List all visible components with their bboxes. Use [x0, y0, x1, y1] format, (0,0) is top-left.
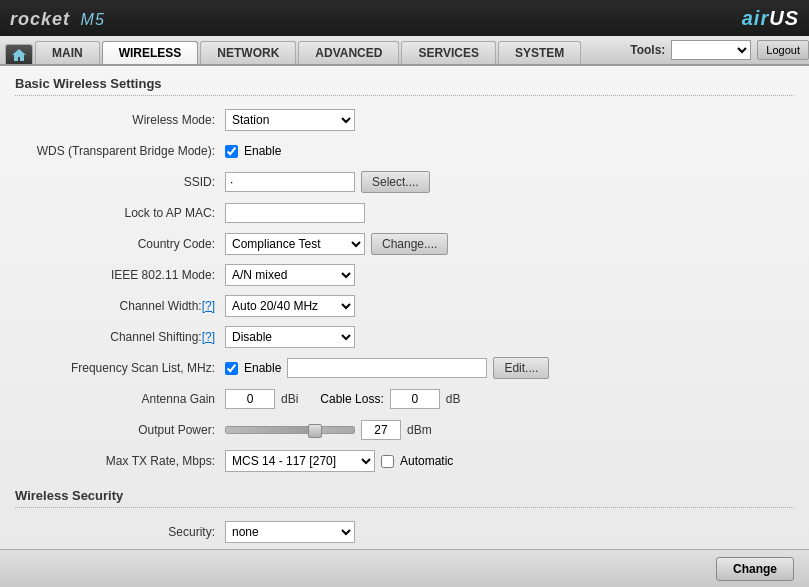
channel-width-control: Auto 20/40 MHz 20 MHz 40 MHz [225, 295, 355, 317]
max-tx-row: Max TX Rate, Mbps: MCS 14 - 117 [270] MC… [15, 449, 794, 473]
navigation: MAIN WIRELESS NETWORK ADVANCED SERVICES … [0, 36, 809, 66]
channel-width-label: Channel Width:[?] [15, 299, 225, 313]
freq-scan-edit-button[interactable]: Edit.... [493, 357, 549, 379]
ssid-select-button[interactable]: Select.... [361, 171, 430, 193]
ssid-row: SSID: Select.... [15, 170, 794, 194]
ieee-mode-control: A/N mixed A only [225, 264, 355, 286]
power-slider-track[interactable] [225, 426, 355, 434]
ssid-input[interactable] [225, 172, 355, 192]
ieee-mode-row: IEEE 802.11 Mode: A/N mixed A only [15, 263, 794, 287]
logout-button[interactable]: Logout [757, 40, 809, 60]
basic-wireless-title: Basic Wireless Settings [15, 76, 794, 96]
max-tx-auto-checkbox[interactable] [381, 455, 394, 468]
nav-services[interactable]: SERVICES [401, 41, 495, 64]
wds-row: WDS (Transparent Bridge Mode): Enable [15, 139, 794, 163]
nav-system[interactable]: SYSTEM [498, 41, 581, 64]
antenna-cable-control: dBi Cable Loss: dB [225, 389, 460, 409]
freq-scan-checkbox[interactable] [225, 362, 238, 375]
wireless-mode-select[interactable]: Station Access Point [225, 109, 355, 131]
channel-shifting-control: Disable Enable [225, 326, 355, 348]
nav-network[interactable]: NETWORK [200, 41, 296, 64]
wireless-mode-control: Station Access Point [225, 109, 355, 131]
output-power-label: Output Power: [15, 423, 225, 437]
tools-select[interactable] [671, 40, 751, 60]
security-label: Security: [15, 525, 225, 539]
channel-shifting-select[interactable]: Disable Enable [225, 326, 355, 348]
ssid-control: Select.... [225, 171, 430, 193]
power-slider-thumb[interactable] [308, 424, 322, 438]
brand-air: air [742, 7, 769, 29]
channel-shifting-label: Channel Shifting:[?] [15, 330, 225, 344]
freq-scan-control: Enable 4920,4935,5130,5135,6035 Edit.... [225, 357, 549, 379]
bottom-bar: Change [0, 549, 809, 587]
antenna-cable-row: Antenna Gain dBi Cable Loss: dB [15, 387, 794, 411]
channel-width-select[interactable]: Auto 20/40 MHz 20 MHz 40 MHz [225, 295, 355, 317]
country-code-select[interactable]: Compliance Test United States [225, 233, 365, 255]
max-tx-control: MCS 14 - 117 [270] MCS 13 Automatic [225, 450, 453, 472]
antenna-gain-label: Antenna Gain [15, 392, 225, 406]
logo-m5: M5 [81, 11, 105, 28]
nav-advanced[interactable]: ADVANCED [298, 41, 399, 64]
lock-ap-mac-row: Lock to AP MAC: [15, 201, 794, 225]
freq-scan-input[interactable]: 4920,4935,5130,5135,6035 [287, 358, 487, 378]
nav-wireless[interactable]: WIRELESS [102, 41, 199, 64]
header: rocket M5 airUS [0, 0, 809, 36]
wds-enable-label: Enable [244, 144, 281, 158]
logo-rocket: rocket [10, 9, 70, 29]
wireless-security-section: Wireless Security Security: none WEP WPA… [15, 488, 794, 544]
antenna-gain-unit: dBi [281, 392, 298, 406]
tools-label: Tools: [630, 43, 665, 57]
security-row: Security: none WEP WPA WPA2 [15, 520, 794, 544]
antenna-gain-input[interactable] [225, 389, 275, 409]
country-code-control: Compliance Test United States Change.... [225, 233, 448, 255]
tools-area: Tools: Logout [630, 40, 809, 64]
channel-shifting-row: Channel Shifting:[?] Disable Enable [15, 325, 794, 349]
home-icon[interactable] [5, 44, 33, 64]
lock-ap-mac-control [225, 203, 365, 223]
freq-scan-label: Frequency Scan List, MHz: [15, 361, 225, 375]
freq-scan-enable-label: Enable [244, 361, 281, 375]
brand-us: US [769, 7, 799, 29]
channel-width-row: Channel Width:[?] Auto 20/40 MHz 20 MHz … [15, 294, 794, 318]
freq-scan-row: Frequency Scan List, MHz: Enable 4920,49… [15, 356, 794, 380]
wds-label: WDS (Transparent Bridge Mode): [15, 144, 225, 158]
ieee-mode-label: IEEE 802.11 Mode: [15, 268, 225, 282]
output-power-unit: dBm [407, 423, 432, 437]
output-power-control: dBm [225, 420, 432, 440]
cable-loss-label: Cable Loss: [320, 392, 383, 406]
output-power-input[interactable] [361, 420, 401, 440]
wireless-mode-label: Wireless Mode: [15, 113, 225, 127]
country-code-change-button[interactable]: Change.... [371, 233, 448, 255]
country-code-label: Country Code: [15, 237, 225, 251]
channel-shifting-help[interactable]: [?] [202, 330, 215, 344]
lock-ap-mac-label: Lock to AP MAC: [15, 206, 225, 220]
security-select[interactable]: none WEP WPA WPA2 [225, 521, 355, 543]
output-power-row: Output Power: dBm [15, 418, 794, 442]
security-control: none WEP WPA WPA2 [225, 521, 355, 543]
lock-ap-mac-input[interactable] [225, 203, 365, 223]
wds-control: Enable [225, 144, 281, 158]
brand-logo: airUS [742, 7, 799, 30]
max-tx-auto-label: Automatic [400, 454, 453, 468]
nav-main[interactable]: MAIN [35, 41, 100, 64]
cable-loss-unit: dB [446, 392, 461, 406]
change-button[interactable]: Change [716, 557, 794, 581]
cable-loss-input[interactable] [390, 389, 440, 409]
wireless-mode-row: Wireless Mode: Station Access Point [15, 108, 794, 132]
country-code-row: Country Code: Compliance Test United Sta… [15, 232, 794, 256]
wds-checkbox[interactable] [225, 145, 238, 158]
logo: rocket M5 [10, 7, 105, 30]
main-content: Basic Wireless Settings Wireless Mode: S… [0, 66, 809, 587]
max-tx-select[interactable]: MCS 14 - 117 [270] MCS 13 [225, 450, 375, 472]
max-tx-label: Max TX Rate, Mbps: [15, 454, 225, 468]
ssid-label: SSID: [15, 175, 225, 189]
ieee-mode-select[interactable]: A/N mixed A only [225, 264, 355, 286]
wireless-security-title: Wireless Security [15, 488, 794, 508]
channel-width-help[interactable]: [?] [202, 299, 215, 313]
